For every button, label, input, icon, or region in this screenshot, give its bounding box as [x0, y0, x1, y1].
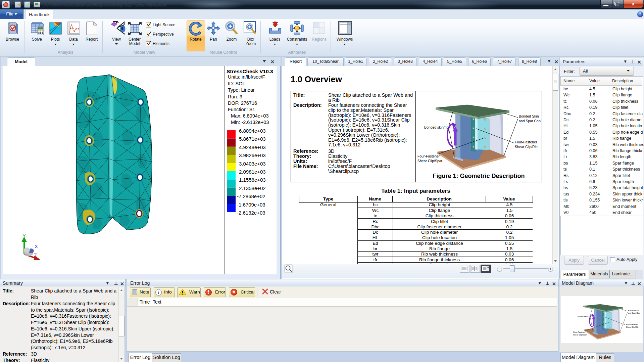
- svg-text:Bonded Skin: Bonded Skin: [519, 114, 539, 118]
- svg-text:Shear Clip/Rib: Shear Clip/Rib: [515, 145, 538, 149]
- svg-text:Four-Fastener: Four-Fastener: [417, 154, 440, 158]
- svg-text:Shear Clip/Spar: Shear Clip/Spar: [417, 159, 443, 163]
- svg-text:and Spar Cap: and Spar Cap: [519, 119, 541, 123]
- svg-text:Y: Y: [22, 233, 26, 238]
- svg-text:Four-Fastener: Four-Fastener: [515, 140, 537, 144]
- svg-text:Bonded skin/rib: Bonded skin/rib: [424, 125, 449, 129]
- svg-text:X: X: [35, 243, 38, 249]
- svg-text:Z: Z: [34, 252, 37, 258]
